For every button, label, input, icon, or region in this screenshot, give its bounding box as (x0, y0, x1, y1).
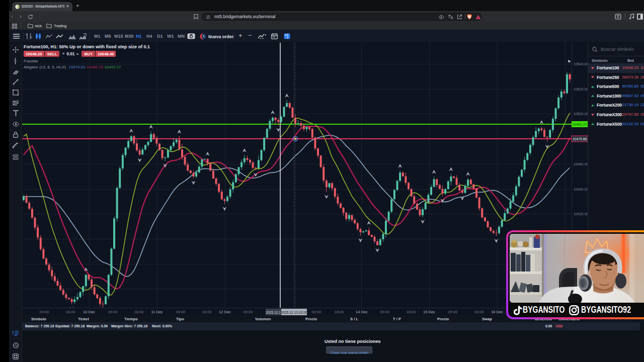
svg-text:10540.00: 10540.00 (574, 62, 588, 66)
svg-text:2025.12.13 02:00: 2025.12.13 02:00 (281, 311, 307, 314)
svg-text:18:00: 18:00 (134, 310, 144, 314)
svg-text:09:00: 09:00 (176, 310, 186, 314)
svg-text:11 Dec: 11 Dec (151, 310, 163, 314)
svg-text:18:00: 18:00 (407, 310, 416, 314)
svg-text:10440.00: 10440.00 (574, 188, 588, 191)
svg-text:09:00: 09:00 (448, 310, 458, 314)
svg-text:10460.00: 10460.00 (574, 162, 588, 166)
svg-text:10500.00: 10500.00 (574, 112, 588, 116)
svg-text:14 Dec: 14 Dec (356, 310, 368, 314)
svg-text:09:00: 09:00 (312, 310, 321, 314)
svg-text:18:00: 18:00 (66, 310, 75, 314)
svg-text:12 Dec: 12 Dec (219, 310, 231, 314)
svg-text:10492.27: 10492.27 (573, 123, 587, 126)
svg-text:18:00: 18:00 (474, 310, 484, 314)
svg-text:09:00: 09:00 (380, 310, 390, 314)
svg-text:10520.00: 10520.00 (574, 87, 588, 91)
svg-text:16 Dec: 16 Dec (491, 310, 503, 314)
svg-text:10479.86: 10479.86 (573, 137, 587, 141)
svg-text:10 Dec: 10 Dec (83, 310, 95, 314)
svg-text:09:00: 09:00 (108, 310, 118, 314)
svg-text:09:00: 09:00 (244, 310, 253, 314)
svg-text:10420.00: 10420.00 (574, 212, 588, 216)
svg-text:2025.12.1: 2025.12.1 (266, 311, 281, 314)
svg-text:15 Dec: 15 Dec (423, 310, 435, 314)
svg-text:18:00: 18:00 (202, 310, 212, 314)
svg-text:09:00: 09:00 (40, 310, 49, 314)
svg-text:18:00: 18:00 (335, 310, 344, 314)
